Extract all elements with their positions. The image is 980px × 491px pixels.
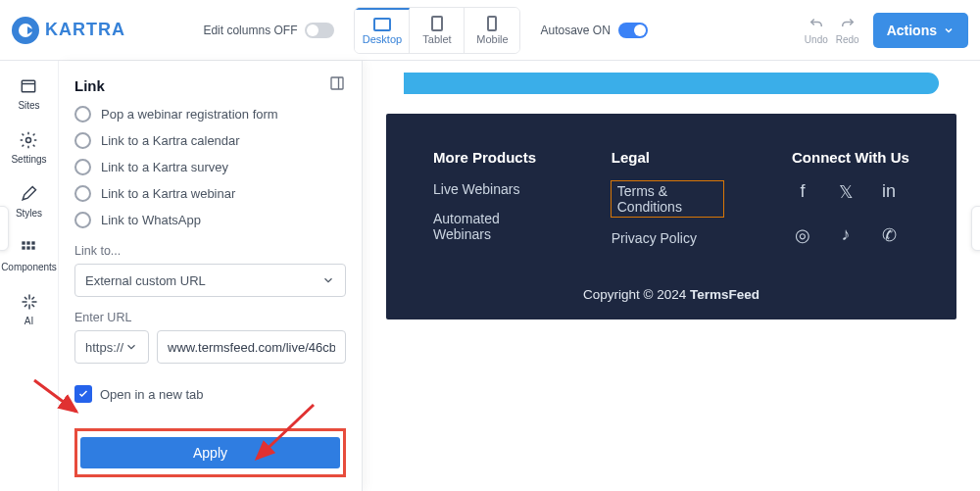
rail-components[interactable]: Components bbox=[1, 238, 57, 272]
radio-icon bbox=[74, 212, 91, 228]
footer-heading: More Products bbox=[433, 149, 543, 166]
edit-columns-toggle[interactable]: Edit columns OFF bbox=[203, 23, 334, 38]
footer-heading: Legal bbox=[612, 149, 723, 166]
rail-sites[interactable]: Sites bbox=[18, 76, 39, 111]
page-canvas: More Products Live Webinars Automated We… bbox=[363, 61, 980, 491]
link-to-select[interactable]: External custom URL bbox=[74, 264, 346, 297]
canvas-edge-handle-right[interactable] bbox=[971, 206, 980, 251]
open-new-tab-checkbox[interactable]: Open in a new tab bbox=[74, 385, 346, 403]
instagram-icon[interactable]: ◎ bbox=[792, 224, 813, 246]
checkbox-checked-icon bbox=[74, 385, 92, 403]
svg-point-2 bbox=[26, 138, 31, 143]
svg-rect-5 bbox=[32, 241, 35, 244]
radio-icon bbox=[74, 132, 91, 149]
panel-title: Link bbox=[74, 77, 105, 94]
enter-url-label: Enter URL bbox=[74, 311, 346, 324]
apply-highlight-annotation: Apply bbox=[74, 428, 346, 477]
linkedin-icon[interactable]: in bbox=[878, 181, 900, 203]
redo-button[interactable]: Redo bbox=[836, 15, 859, 45]
link-type-radio-group: Pop a webinar registration form Link to … bbox=[74, 106, 346, 228]
radio-icon bbox=[74, 106, 91, 123]
svg-rect-7 bbox=[27, 246, 30, 249]
device-tab-tablet[interactable]: Tablet bbox=[410, 8, 465, 53]
canvas-edge-handle-left[interactable] bbox=[0, 206, 9, 251]
autosave-toggle[interactable]: Autosave ON bbox=[540, 23, 647, 38]
site-footer: More Products Live Webinars Automated We… bbox=[386, 114, 956, 319]
footer-link-live-webinars[interactable]: Live Webinars bbox=[433, 181, 543, 197]
tablet-icon bbox=[431, 16, 443, 31]
left-rail: Sites Settings Styles Components AI bbox=[0, 61, 59, 491]
svg-rect-0 bbox=[23, 80, 35, 92]
chevron-down-icon bbox=[124, 340, 138, 354]
url-input[interactable] bbox=[157, 330, 346, 364]
gear-icon bbox=[19, 130, 38, 150]
tiktok-icon[interactable]: ♪ bbox=[835, 224, 857, 246]
topbar: KARTRA Edit columns OFF Desktop Tablet M… bbox=[0, 0, 980, 61]
facebook-icon[interactable]: f bbox=[792, 181, 813, 203]
footer-link-terms-selected[interactable]: Terms & Conditions bbox=[612, 181, 723, 217]
history-controls: Undo Redo bbox=[805, 15, 859, 45]
logo[interactable]: KARTRA bbox=[12, 17, 125, 44]
rail-ai[interactable]: AI bbox=[20, 292, 39, 326]
footer-col-products: More Products Live Webinars Automated We… bbox=[433, 149, 543, 260]
brush-icon bbox=[19, 184, 38, 204]
radio-kartra-calendar[interactable]: Link to a Kartra calendar bbox=[74, 132, 346, 149]
radio-icon bbox=[74, 185, 91, 202]
link-panel: Link Pop a webinar registration form Lin… bbox=[59, 61, 363, 491]
radio-icon bbox=[74, 159, 91, 175]
footer-copyright: Copyright © 2024 TermsFeed bbox=[433, 287, 909, 302]
radio-kartra-webinar[interactable]: Link to a Kartra webinar bbox=[74, 185, 346, 202]
chevron-down-icon bbox=[943, 25, 955, 36]
radio-kartra-survey[interactable]: Link to a Kartra survey bbox=[74, 159, 346, 175]
whatsapp-icon[interactable]: ✆ bbox=[878, 224, 900, 246]
svg-rect-8 bbox=[32, 246, 35, 249]
actions-button[interactable]: Actions bbox=[873, 13, 968, 48]
footer-link-automated-webinars[interactable]: Automated Webinars bbox=[433, 211, 543, 242]
link-to-label: Link to... bbox=[74, 244, 346, 258]
radio-whatsapp[interactable]: Link to WhatsApp bbox=[74, 212, 346, 228]
rail-styles[interactable]: Styles bbox=[16, 184, 42, 219]
sites-icon bbox=[19, 76, 38, 96]
cta-bar[interactable] bbox=[404, 73, 939, 94]
svg-rect-9 bbox=[331, 77, 343, 89]
apply-button[interactable]: Apply bbox=[80, 437, 340, 468]
logo-text: KARTRA bbox=[45, 20, 125, 40]
undo-button[interactable]: Undo bbox=[805, 15, 828, 45]
device-tab-desktop[interactable]: Desktop bbox=[355, 8, 410, 53]
chevron-down-icon bbox=[321, 273, 335, 287]
dock-panel-button[interactable] bbox=[328, 74, 346, 96]
toggle-off-icon bbox=[305, 23, 334, 38]
device-tab-mobile[interactable]: Mobile bbox=[465, 8, 519, 53]
sparkle-icon bbox=[20, 292, 39, 312]
footer-col-connect: Connect With Us f 𝕏 in ◎ ♪ ✆ bbox=[792, 149, 909, 260]
footer-heading: Connect With Us bbox=[792, 149, 909, 166]
autosave-label: Autosave ON bbox=[540, 24, 610, 37]
svg-rect-4 bbox=[27, 241, 30, 244]
rail-settings[interactable]: Settings bbox=[11, 130, 46, 165]
toggle-on-icon bbox=[618, 23, 648, 38]
x-twitter-icon[interactable]: 𝕏 bbox=[835, 181, 857, 203]
edit-columns-label: Edit columns OFF bbox=[203, 24, 297, 37]
svg-rect-3 bbox=[23, 241, 25, 244]
logo-mark-icon bbox=[12, 17, 39, 44]
mobile-icon bbox=[487, 16, 497, 31]
radio-pop-webinar-form[interactable]: Pop a webinar registration form bbox=[74, 106, 346, 123]
device-tabs: Desktop Tablet Mobile bbox=[354, 7, 520, 54]
svg-rect-6 bbox=[23, 246, 25, 249]
desktop-icon bbox=[373, 18, 391, 31]
grid-icon bbox=[19, 238, 38, 258]
footer-link-privacy[interactable]: Privacy Policy bbox=[612, 230, 723, 246]
footer-col-legal: Legal Terms & Conditions Privacy Policy bbox=[612, 149, 723, 260]
url-scheme-select[interactable]: https:// bbox=[74, 330, 149, 364]
